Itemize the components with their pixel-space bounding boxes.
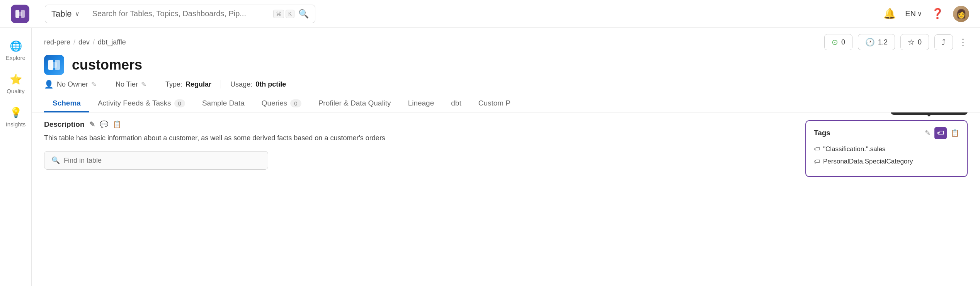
find-table-input-container: 🔍 [44,151,268,170]
tab-custom[interactable]: Custom P [470,95,519,112]
tab-activity[interactable]: Activity Feeds & Tasks 0 [89,95,194,112]
description-request-icon[interactable]: 💬 [100,120,108,129]
breadcrumb-bar: red-pere / dev / dbt_jaffle ⊙ 0 🕐 1.2 ☆ … [32,28,980,50]
history-button[interactable]: 🕐 1.2 [858,34,895,50]
description-label: Description [44,120,85,129]
page-title: customers [72,57,142,73]
tab-label: Queries [262,99,288,107]
tag-text: "Classification.".sales [823,145,885,153]
sidebar-item-label: Explore [6,54,26,61]
find-search-icon: 🔍 [51,156,60,165]
search-icon: 🔍 [298,9,309,19]
description-copy-icon[interactable]: 📋 [113,120,121,129]
language-button[interactable]: EN ∨ [905,9,922,18]
description-text: This table has basic information about a… [44,133,790,144]
classification-icon: 🏷 [814,146,820,153]
star-icon: ☆ [908,37,915,47]
cmd-key: ⌘ [273,10,284,18]
share-button[interactable]: ⤴ [934,34,953,50]
person-icon: 👤 [44,80,54,89]
type-label: Type: [165,80,182,89]
left-panel: Description ✎ 💬 📋 This table has basic i… [44,120,790,279]
tab-queries[interactable]: Queries 0 [253,95,310,112]
share-icon: ⤴ [942,38,946,47]
star-count: 0 [918,38,922,46]
sidebar-item-explore[interactable]: 🌐 Explore [2,36,30,66]
history-icon: 🕐 [865,37,875,47]
tab-profiler[interactable]: Profiler & Data Quality [310,95,400,112]
logo[interactable] [11,5,29,23]
tags-label: Tags [814,129,921,137]
type-value: Regular [185,80,211,89]
owner-edit-icon[interactable]: ✎ [91,80,97,89]
user-avatar[interactable]: 👩 [953,6,969,22]
lang-chevron-icon: ∨ [917,10,922,17]
svg-rect-2 [18,12,22,16]
search-bar: Table ∨ ⌘ K 🔍 [45,5,315,23]
insights-icon: 💡 [10,107,22,119]
more-options-button[interactable]: ⋮ [958,37,968,48]
classification-icon: 🏷 [814,158,820,165]
tooltip-update-request-tags: Update Request Tags [891,112,968,115]
tier-edit-icon[interactable]: ✎ [141,80,146,89]
description-edit-icon[interactable]: ✎ [89,120,95,129]
tag-item-1: 🏷 PersonalData.SpecialCategory [814,158,959,165]
breadcrumb-part-1[interactable]: dev [78,38,90,46]
quality-icon: ⭐ [10,73,22,85]
nav-right: 🔔 EN ∨ ❓ 👩 [883,6,969,22]
tab-sample[interactable]: Sample Data [194,95,253,112]
content-area: red-pere / dev / dbt_jaffle ⊙ 0 🕐 1.2 ☆ … [32,28,980,286]
tag-text: PersonalData.SpecialCategory [823,158,913,165]
star-button[interactable]: ☆ 0 [900,34,929,50]
usage-item: Usage: 0th pctile [230,80,286,89]
table-entity-icon [44,55,64,75]
sidebar-item-label: Quality [7,88,25,94]
observe-button[interactable]: ⊙ 0 [824,34,852,50]
tab-label: dbt [451,99,461,107]
owner-label: No Owner [57,80,88,89]
sidebar: 🌐 Explore ⭐ Quality 💡 Insights [0,28,32,286]
tag-item-0: 🏷 "Classification.".sales [814,145,959,153]
history-value: 1.2 [878,38,888,46]
type-item: Type: Regular [165,80,211,89]
page-header: customers [32,50,980,75]
tab-label: Sample Data [202,99,245,107]
tags-request-icon[interactable]: 🏷 [934,127,947,139]
tier-item: No Tier ✎ [116,80,146,89]
meta-divider [156,80,156,89]
search-type-button[interactable]: Table ∨ [45,5,86,23]
breadcrumb: red-pere / dev / dbt_jaffle [44,38,126,46]
tags-panel: Update Request Tags Tags ✎ 🏷 📋 🏷 "Classi… [805,120,968,177]
language-label: EN [905,9,916,18]
breadcrumb-part-0[interactable]: red-pere [44,38,70,46]
tab-lineage[interactable]: Lineage [400,95,443,112]
tags-copy-icon[interactable]: 📋 [951,129,959,137]
tab-badge: 0 [174,99,185,107]
usage-value: 0th pctile [255,80,286,89]
breadcrumb-part-2[interactable]: dbt_jaffle [98,38,126,46]
sidebar-item-label: Insights [6,121,26,128]
tabs-bar: Schema Activity Feeds & Tasks 0 Sample D… [32,95,980,112]
explore-icon: 🌐 [10,40,22,52]
tab-label: Custom P [478,99,510,107]
top-navigation: Table ∨ ⌘ K 🔍 🔔 EN ∨ ❓ 👩 [0,0,980,28]
tab-schema[interactable]: Schema [44,95,89,112]
notifications-button[interactable]: 🔔 [883,8,896,20]
breadcrumb-sep: / [73,38,75,46]
help-button[interactable]: ❓ [931,8,944,20]
k-key: K [286,10,294,18]
tags-edit-icon[interactable]: ✎ [925,129,931,137]
sidebar-item-insights[interactable]: 💡 Insights [2,102,30,132]
find-table-input[interactable] [64,157,261,165]
tags-header: Tags ✎ 🏷 📋 [814,127,959,139]
description-header: Description ✎ 💬 📋 [44,120,790,129]
meta-row: 👤 No Owner ✎ No Tier ✎ Type: Regular Usa… [32,75,980,89]
tab-dbt[interactable]: dbt [442,95,470,112]
search-input[interactable] [92,9,269,18]
tab-label: Profiler & Data Quality [318,99,391,107]
breadcrumb-sep: / [93,38,95,46]
content-section: Description ✎ 💬 📋 This table has basic i… [32,112,980,286]
sidebar-item-quality[interactable]: ⭐ Quality [2,69,30,99]
tab-label: Schema [53,99,81,107]
observe-count: 0 [841,38,845,46]
